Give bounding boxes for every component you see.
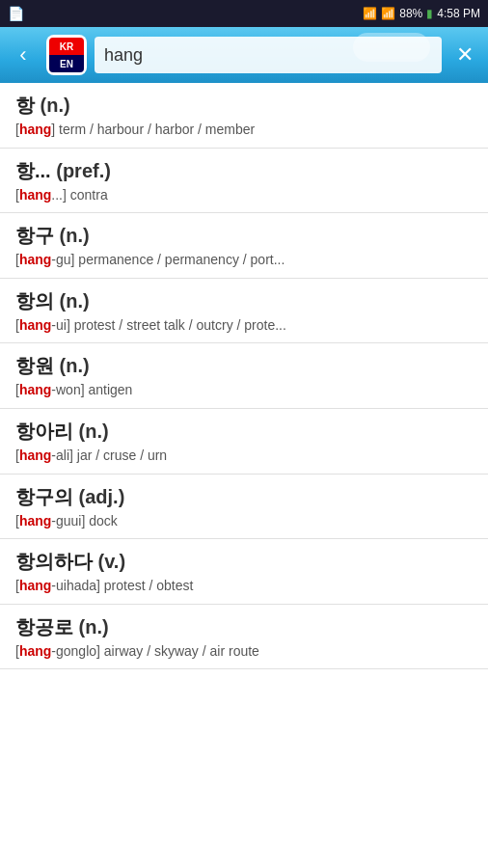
entry-definition: [hang-gonglo] airway / skyway / air rout… <box>15 642 473 662</box>
entry-header: 항 (n.) <box>15 93 473 119</box>
pos-label: (n.) <box>60 290 90 312</box>
wifi-icon: 📶 <box>363 7 377 20</box>
list-item[interactable]: 항구의 (adj.) [hang-guui] dock <box>0 475 488 540</box>
list-item[interactable]: 항구 (n.) [hang-gu] permanence / permanenc… <box>0 213 488 279</box>
list-item[interactable]: 항아리 (n.) [hang-ali] jar / cruse / urn <box>0 409 488 475</box>
list-item[interactable]: 항공로 (n.) [hang-gonglo] airway / skyway /… <box>0 605 488 670</box>
status-bar: 📄 📶 📶 88% ▮ 4:58 PM <box>0 0 488 27</box>
pos-label: (pref.) <box>56 160 111 181</box>
list-item[interactable]: 항 (n.) [hang] term / harbour / harbor / … <box>0 83 488 149</box>
entry-header: 항공로 (n.) <box>15 614 473 640</box>
signal-icon: 📶 <box>381 7 395 20</box>
entry-definition: [hang-gu] permanence / permanency / port… <box>15 251 473 270</box>
flag-bottom: EN <box>49 55 84 72</box>
entry-definition: [hang-won] antigen <box>15 381 473 400</box>
entry-definition: [hang-ali] jar / cruse / urn <box>15 447 473 466</box>
flag-icon: KR EN <box>49 38 84 72</box>
battery-icon: ▮ <box>426 7 433 20</box>
entry-definition: [hang...] contra <box>15 186 473 205</box>
entry-header: 항아리 (n.) <box>15 419 473 445</box>
entry-header: 항원 (n.) <box>15 353 473 379</box>
flag-top: KR <box>49 38 84 55</box>
back-button[interactable]: ‹ <box>8 42 39 68</box>
list-item[interactable]: 항... (pref.) [hang...] contra <box>0 149 488 214</box>
list-item[interactable]: 항의하다 (v.) [hang-uihada] protest / obtest <box>0 539 488 605</box>
app-icon: KR EN <box>46 35 87 75</box>
sim-icon: 📄 <box>8 6 24 21</box>
header: ‹ KR EN ✕ <box>0 27 488 83</box>
entry-header: 항의 (n.) <box>15 288 473 314</box>
dictionary-list: 항 (n.) [hang] term / harbour / harbor / … <box>0 83 488 868</box>
pos-label: (n.) <box>41 95 70 116</box>
entry-definition: [hang-uihada] protest / obtest <box>15 577 473 596</box>
entry-definition: [hang-guui] dock <box>15 512 473 531</box>
entry-definition: [hang-ui] protest / street talk / outcry… <box>15 316 473 336</box>
pos-label: (n.) <box>79 616 109 637</box>
status-right: 📶 📶 88% ▮ 4:58 PM <box>363 7 480 20</box>
entry-header: 항의하다 (v.) <box>15 549 473 575</box>
search-input[interactable] <box>104 45 432 66</box>
entry-header: 항... (pref.) <box>15 158 473 184</box>
entry-header: 항구의 (adj.) <box>15 484 473 510</box>
close-button[interactable]: ✕ <box>449 42 480 68</box>
pos-label: (n.) <box>60 225 90 246</box>
pos-label: (adj.) <box>79 486 125 507</box>
battery-text: 88% <box>399 7 422 20</box>
entry-definition: [hang] term / harbour / harbor / member <box>15 121 473 140</box>
pos-label: (v.) <box>98 551 126 572</box>
pos-label: (n.) <box>60 355 90 376</box>
list-item[interactable]: 항의 (n.) [hang-ui] protest / street talk … <box>0 279 488 344</box>
entry-header: 항구 (n.) <box>15 223 473 249</box>
search-box[interactable] <box>95 37 442 73</box>
status-left: 📄 <box>8 6 24 21</box>
time: 4:58 PM <box>437 7 480 20</box>
list-item[interactable]: 항원 (n.) [hang-won] antigen <box>0 343 488 409</box>
pos-label: (n.) <box>79 420 109 442</box>
